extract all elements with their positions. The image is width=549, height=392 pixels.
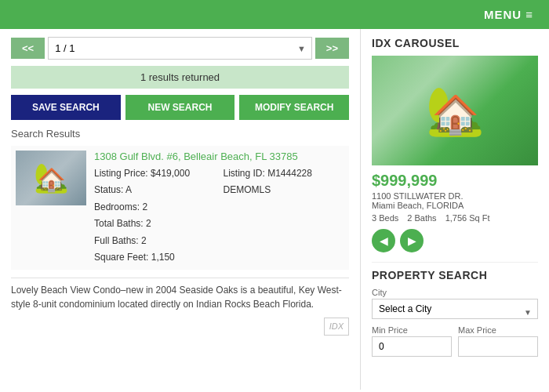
prev-page-button[interactable]: << — [11, 38, 45, 59]
full-baths-value: 2 — [141, 235, 147, 246]
carousel-prev-button[interactable]: ◀ — [372, 229, 395, 252]
page-select[interactable]: 1 / 1 — [48, 37, 312, 60]
min-price-input[interactable] — [372, 336, 452, 357]
carousel-title: IDX CAROUSEL — [372, 37, 538, 49]
right-panel: IDX CAROUSEL 🏡 $999,999 1100 STILLWATER … — [361, 29, 549, 390]
city-select[interactable]: Select a City — [372, 299, 538, 319]
left-panel: << 1 / 1 >> 1 results returned SAVE SEAR… — [0, 29, 361, 390]
page-select-wrap: 1 / 1 — [48, 37, 312, 60]
mls-value: DEMOMLS — [224, 184, 271, 195]
full-baths-label: Full Baths: — [94, 235, 139, 246]
max-price-input[interactable] — [458, 336, 538, 357]
save-search-button[interactable]: SAVE SEARCH — [11, 95, 121, 120]
listing-mls: DEMOMLS — [224, 182, 345, 198]
carousel-specs: 3 Beds 2 Baths 1,756 Sq Ft — [372, 213, 538, 223]
price-row: Min Price Max Price — [372, 325, 538, 357]
new-search-button[interactable]: NEW SEARCH — [125, 95, 235, 120]
total-baths-label: Total Baths: — [94, 218, 144, 229]
listing-id-label: Listing ID: — [224, 168, 265, 179]
carousel-address: 1100 STILLWATER DR. — [372, 191, 538, 201]
listing-id-value: M1444228 — [267, 168, 312, 179]
price-value: $419,000 — [151, 168, 190, 179]
carousel-city: Miami Beach, FLORIDA — [372, 201, 538, 210]
carousel-navigation: ◀ ▶ — [372, 229, 538, 252]
listing-status: Status: A — [94, 182, 216, 198]
min-price-label: Min Price — [372, 325, 452, 335]
listing-sqft: Square Feet: 1,150 — [94, 249, 216, 265]
listing-spacer2 — [224, 216, 345, 231]
property-search-section: PROPERTY SEARCH City Select a City Min P… — [372, 262, 538, 357]
listing-bedrooms: Bedrooms: 2 — [94, 199, 216, 215]
sqft-value: 1,150 — [151, 252, 175, 263]
city-label: City — [372, 288, 538, 297]
carousel-baths: 2 Baths — [407, 213, 436, 223]
carousel-price: $999,999 — [372, 172, 538, 190]
carousel-beds: 3 Beds — [372, 213, 398, 223]
carousel-sqft: 1,756 Sq Ft — [445, 213, 490, 223]
listing-description: Lovely Beach View Condo–new in 2004 Seas… — [11, 278, 349, 311]
description-text: Lovely Beach View Condo–new in 2004 Seas… — [11, 285, 342, 310]
sqft-label: Square Feet: — [94, 252, 148, 263]
carousel-image: 🏡 — [372, 56, 538, 165]
search-results-heading: Search Results — [11, 128, 349, 140]
listing-thumbnail — [16, 151, 86, 205]
property-search-title: PROPERTY SEARCH — [372, 269, 538, 281]
max-price-label: Max Price — [458, 325, 538, 335]
listing-image — [16, 151, 86, 205]
idx-logo: IDX — [324, 318, 349, 336]
results-bar: 1 results returned — [11, 66, 349, 89]
max-price-col: Max Price — [458, 325, 538, 357]
listing-address-link[interactable]: 1308 Gulf Blvd. #6, Belleair Beach, FL 3… — [94, 151, 298, 162]
header: MENU ≡ — [0, 0, 549, 29]
carousel-next-button[interactable]: ▶ — [400, 229, 424, 252]
bedrooms-label: Bedrooms: — [94, 201, 140, 212]
listing-card: 1308 Gulf Blvd. #6, Belleair Beach, FL 3… — [11, 146, 349, 270]
total-baths-value: 2 — [146, 218, 151, 229]
carousel-house-icon: 🏡 — [426, 83, 485, 139]
listing-price: Listing Price: $419,000 — [94, 165, 216, 181]
action-buttons: SAVE SEARCH NEW SEARCH MODIFY SEARCH — [11, 95, 349, 120]
listing-full-baths: Full Baths: 2 — [94, 233, 216, 249]
listing-details: 1308 Gulf Blvd. #6, Belleair Beach, FL 3… — [94, 151, 344, 265]
status-value: A — [125, 184, 132, 195]
modify-search-button[interactable]: MODIFY SEARCH — [239, 95, 349, 120]
listing-spacer3 — [224, 233, 345, 249]
next-page-button[interactable]: >> — [315, 38, 349, 59]
menu-label[interactable]: MENU ≡ — [484, 8, 533, 21]
listing-total-baths: Total Baths: 2 — [94, 216, 216, 231]
min-price-col: Min Price — [372, 325, 452, 357]
city-select-wrap: Select a City — [372, 299, 538, 325]
bedrooms-value: 2 — [142, 201, 147, 212]
listing-address: 1308 Gulf Blvd. #6, Belleair Beach, FL 3… — [94, 151, 344, 162]
listing-info-grid: Listing Price: $419,000 Listing ID: M144… — [94, 165, 344, 265]
pagination: << 1 / 1 >> — [11, 37, 349, 60]
status-label: Status: — [94, 184, 123, 195]
results-count: 1 results returned — [140, 71, 220, 83]
listing-spacer — [224, 199, 345, 215]
price-label: Listing Price: — [94, 168, 148, 179]
listing-id: Listing ID: M1444228 — [224, 165, 345, 181]
